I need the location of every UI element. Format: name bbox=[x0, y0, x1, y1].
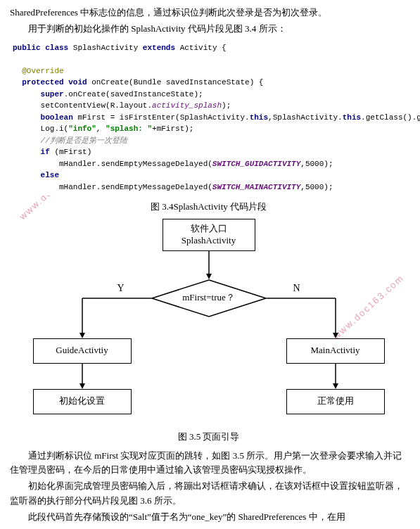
code-txt: mHandler.sendEmptyMessageDelayed( bbox=[59, 183, 212, 191]
flow-entry-text-2: SplashActivity bbox=[182, 235, 236, 246]
code-comment: //判断是否是第一次登陆 bbox=[41, 136, 127, 145]
svg-marker-4 bbox=[79, 333, 85, 338]
code-kw: extends bbox=[143, 44, 180, 52]
intro-line-2: 用于判断的初始化操作的 SplashActivity 代码片段见图 3.4 所示… bbox=[10, 22, 407, 37]
code-const: SWITCH_MAINACTIVITY bbox=[212, 183, 300, 191]
flow-entry-text-1: 软件入口 bbox=[191, 223, 227, 234]
body-paragraph-1: 通过判断标识位 mFirst 实现对应页面的跳转，如图 3.5 所示。用户第一次… bbox=[10, 449, 407, 478]
code-kw: super bbox=[41, 90, 64, 98]
code-txt: setContentView(R.layout. bbox=[41, 101, 152, 110]
figure-caption-3-4: 图 3.4SplashActivity 代码片段 bbox=[10, 200, 407, 215]
body-paragraph-2: 初始化界面完成管理员密码输入后，将蹦出对话框请求确认，在该对话框中设置按钮监听器… bbox=[10, 479, 407, 509]
code-txt: mHandler.sendEmptyMessageDelayed( bbox=[59, 160, 212, 168]
flow-guide-box: GuideActivtiy bbox=[33, 338, 132, 364]
svg-marker-1 bbox=[206, 274, 212, 279]
code-cls: SplashActivity bbox=[73, 44, 143, 52]
flow-no-label: N bbox=[293, 281, 300, 296]
code-kw: this bbox=[250, 113, 268, 122]
code-txt: +mFirst); bbox=[152, 125, 193, 133]
code-txt: onCreate(Bundle savedInstanceState) { bbox=[91, 78, 263, 87]
code-txt: mFirst = isFirstEnter(SplashActivity. bbox=[77, 113, 249, 122]
code-txt: ,5000); bbox=[300, 183, 333, 191]
flow-yes-label: Y bbox=[117, 281, 125, 296]
code-txt: ,SplashActivity. bbox=[268, 113, 343, 122]
svg-marker-9 bbox=[79, 383, 85, 389]
svg-marker-11 bbox=[333, 383, 338, 389]
code-kw: protected void bbox=[22, 78, 91, 87]
code-kw: boolean bbox=[41, 113, 78, 122]
flow-normal-box: 正常使用 bbox=[286, 389, 385, 414]
code-ital: activity_splash bbox=[152, 101, 222, 110]
flow-init-box: 初始化设置 bbox=[33, 389, 132, 414]
code-annotation: @Override bbox=[22, 67, 63, 75]
code-txt: Activity { bbox=[180, 44, 227, 52]
code-txt: ); bbox=[222, 101, 231, 110]
code-kw: this bbox=[343, 113, 361, 122]
code-snippet: public class SplashActivity extends Acti… bbox=[10, 39, 407, 196]
flow-entry-box: 软件入口 SplashActivity bbox=[163, 219, 255, 251]
code-kw: public class bbox=[13, 44, 73, 52]
code-str: "splash: " bbox=[106, 125, 152, 133]
flowchart: 软件入口 SplashActivity mFirst=true？ Y N Gui… bbox=[12, 219, 406, 427]
code-txt: Log.i( bbox=[41, 125, 69, 133]
code-txt: .getClass().getName()); bbox=[361, 113, 420, 122]
code-kw: if bbox=[41, 148, 55, 156]
svg-marker-7 bbox=[333, 333, 338, 338]
intro-line-1: SharedPreferences 中标志位的信息，通过标识位判断此次登录是否为… bbox=[10, 6, 407, 20]
code-txt: (mFirst) bbox=[54, 148, 91, 156]
flow-decision: mFirst=true？ bbox=[151, 279, 267, 317]
body-paragraph-3: 此段代码首先存储预设的“Salt”值于名为“one_key”的 SharedPr… bbox=[10, 510, 407, 525]
code-const: SWITCH_GUIDACTIVITY bbox=[212, 160, 300, 168]
code-kw: else bbox=[41, 171, 59, 179]
code-txt: ,5000); bbox=[300, 160, 333, 168]
figure-caption-3-5: 图 3.5 页面引导 bbox=[10, 430, 407, 445]
flow-main-box: MainActivtiy bbox=[286, 338, 385, 364]
flow-decision-text: mFirst=true？ bbox=[151, 279, 267, 317]
code-txt: , bbox=[96, 125, 106, 133]
code-str: "info" bbox=[68, 125, 96, 133]
code-txt: .onCreate(savedInstanceState); bbox=[64, 90, 203, 98]
